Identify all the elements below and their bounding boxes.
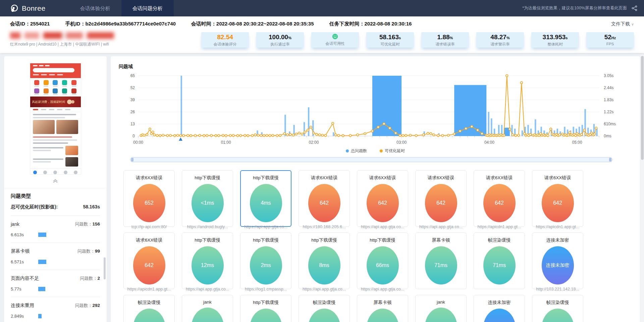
stat-value: 82.54 [201, 34, 249, 42]
share-icon[interactable] [632, 5, 637, 11]
chart-title: 问题域 [119, 64, 632, 70]
file-download-button[interactable]: 文件下载 ∨ [611, 21, 634, 27]
issue-card-7[interactable]: 请求6XX错误642https://apicdn1.app.gt... [532, 170, 583, 227]
issue-card-6[interactable]: 请求6XX错误642https://apicdn1.app.gt... [474, 170, 525, 227]
issue-card-10[interactable]: http下载缓慢2mshttps://log1.cmpassp... [240, 233, 291, 289]
issue-card-url: https://api.app.gtja.co... [357, 224, 408, 229]
issue-card-bubble: 642 [425, 184, 457, 222]
issue-card-17[interactable]: jank185ms [182, 295, 233, 322]
session-info-item-1: 手机ID：b2c2d4986e9a33b5677714ce0e07c740 [65, 21, 175, 27]
problem-type-item-1[interactable]: 屏幕卡顿问题数：996.571s [11, 243, 100, 270]
issue-card-title: http下载缓慢 [182, 175, 233, 181]
session-info-item-0: 会话ID：2554021 [10, 21, 50, 27]
issue-card-title: http下载缓慢 [240, 300, 291, 306]
issue-card-4[interactable]: 请求6XX错误642https://api.app.gtja.co... [357, 170, 408, 227]
stat-card-7: 52HzFPS [586, 32, 634, 48]
stat-value: 52Hz [586, 34, 634, 42]
stat-label: FPS [586, 42, 634, 46]
issue-card-url: https://api.app.gtja.co... [416, 224, 466, 229]
issue-card-0[interactable]: 请求6XX错误652tcp://ip-api.com:80/ [123, 170, 175, 227]
problem-time-value: 2.849s [11, 314, 30, 319]
svg-text:01:00: 01:00 [221, 140, 231, 145]
session-sidebar: 风起新消费，国潮新时间 问题类型 总可优化延时(投影值): 58.163s [4, 56, 107, 322]
issue-card-bubble: <1ms [192, 184, 224, 222]
issue-card-bubble: 71ms [483, 246, 516, 284]
issue-card-title: http下载缓慢 [241, 175, 291, 181]
issue-card-url: https://log1.cmpassp... [240, 287, 291, 292]
issue-card-19[interactable]: 帧渲染缓慢111ms [299, 295, 350, 322]
stat-value: 58.163s [366, 34, 414, 42]
stat-label: 会话可用性 [311, 41, 359, 46]
issue-card-title: 帧渲染缓慢 [124, 300, 174, 306]
svg-text:610ms: 610ms [604, 122, 616, 126]
issue-card-3[interactable]: 请求6XX错误642https://180.168.205.6... [299, 170, 350, 227]
legend-item-0[interactable]: 总问题数 [346, 148, 367, 154]
issue-card-11[interactable]: http下载缓慢8mshttps://api.app.gtja.co... [299, 233, 350, 289]
legend-label: 总问题数 [351, 148, 367, 154]
problem-time-bar [38, 287, 45, 291]
issue-card-1[interactable]: http下载缓慢<1mshttps://android.bugly... [182, 170, 233, 227]
problem-type-name: 连接未重用 [11, 303, 34, 309]
tab-session-experience[interactable]: 会话体验分析 [69, 0, 121, 16]
issue-card-bubble: 58ms [250, 309, 282, 322]
issue-card-url: https://api.app.gtja.co... [182, 287, 233, 292]
page-scrollbar-thumb[interactable] [641, 56, 644, 160]
issue-card-8[interactable]: 请求6XX错误642https://apicdn1.app.gt... [123, 233, 175, 289]
issue-card-url: https://api.app.gtja.co... [299, 287, 350, 292]
stat-card-3: 58.163s可优化延时 [366, 32, 414, 48]
issue-card-20[interactable]: 屏幕卡顿291ms [357, 295, 408, 322]
issue-card-url: https://api.app.gtja.co... [357, 287, 408, 292]
svg-text:02:00: 02:00 [309, 140, 319, 145]
stat-card-5: 48.27%请求警示率 [476, 32, 524, 48]
phone-mock-header [30, 63, 81, 78]
svg-text:04:00: 04:00 [484, 140, 494, 145]
issue-card-18[interactable]: http下载缓慢58ms [240, 295, 291, 322]
svg-text:13: 13 [130, 122, 135, 126]
stat-value: 100.00% [256, 34, 304, 42]
issue-card-23[interactable]: 帧渲染缓慢22ms [532, 295, 583, 322]
problem-type-item-3[interactable]: 连接未重用问题数：2922.849s [11, 297, 100, 322]
chevron-up-icon [52, 179, 59, 183]
tab-session-problems[interactable]: 会话问题分析 [121, 0, 174, 16]
issue-card-5[interactable]: 请求6XX错误642https://api.app.gtja.co... [415, 170, 467, 227]
sidebar-scrollbar[interactable] [104, 257, 106, 279]
issue-card-title: jank [416, 300, 466, 305]
problem-type-item-2[interactable]: 页面内容不足问题数：25.77s [11, 270, 100, 297]
problem-domain-chart[interactable]: 00ms13610ms261.22s391.83s522.44s653.05s0… [119, 72, 629, 148]
issue-card-url: http://103.221.142.18... [532, 287, 583, 292]
issue-card-22[interactable]: 连接未加密连接未加密 [474, 295, 525, 322]
phone-screenshot-mock: 风起新消费，国潮新时间 [30, 63, 81, 175]
issue-card-title: 帧渲染缓慢 [474, 237, 525, 243]
problem-type-item-0[interactable]: jank问题数：1566.613s [11, 216, 100, 243]
issue-card-title: 请求6XX错误 [124, 175, 174, 181]
zoom-handle-left[interactable] [131, 158, 133, 162]
chart-zoom-slider[interactable] [130, 157, 612, 162]
issue-card-13[interactable]: 屏幕卡顿71ms [415, 233, 467, 289]
issue-card-title: http下载缓慢 [299, 237, 350, 243]
legend-item-1[interactable]: 可优化延时 [380, 148, 405, 154]
problem-count-label: 问题数： [75, 303, 92, 308]
collapse-thumbnail-button[interactable] [4, 177, 107, 188]
issue-card-12[interactable]: http下载缓慢66mshttps://api.app.gtja.co... [357, 233, 408, 289]
problem-count-label: 问题数： [80, 276, 97, 281]
stat-card-0: 82.54会话体验评分 [201, 32, 249, 48]
stat-cards: 82.54会话体验评分100.00%执行通过率会话可用性58.163s可优化延时… [201, 32, 634, 48]
issue-card-16[interactable]: 帧渲染缓慢143ms [123, 295, 175, 322]
issue-card-14[interactable]: 帧渲染缓慢71ms [474, 233, 525, 289]
issue-card-21[interactable]: jank153ms [415, 295, 467, 322]
phone-mock-banner: 风起新消费，国潮新时间 [30, 96, 81, 107]
issue-card-bubble: 153ms [425, 308, 457, 322]
problem-time-bar [38, 260, 46, 264]
svg-text:05:00: 05:00 [572, 140, 582, 145]
page-scrollbar[interactable] [640, 55, 644, 322]
issue-card-bubble: 291ms [367, 309, 399, 322]
issue-card-url: tcp://ip-api.com:80/ [124, 224, 174, 229]
issue-card-2[interactable]: http下载缓慢4mshttps://api.app.gtja.co... [240, 170, 291, 227]
issue-card-9[interactable]: http下载缓慢12mshttps://api.app.gtja.co... [182, 233, 233, 289]
legend-label: 可优化延时 [385, 148, 405, 154]
issue-card-15[interactable]: 连接未加密连接未加密http://103.221.142.18... [532, 233, 583, 289]
issue-card-bubble: 连接未加密 [483, 309, 516, 322]
zoom-handle-right[interactable] [609, 158, 611, 162]
stat-label: 请求错误率 [421, 42, 469, 47]
issue-card-bubble: 12ms [192, 246, 224, 284]
